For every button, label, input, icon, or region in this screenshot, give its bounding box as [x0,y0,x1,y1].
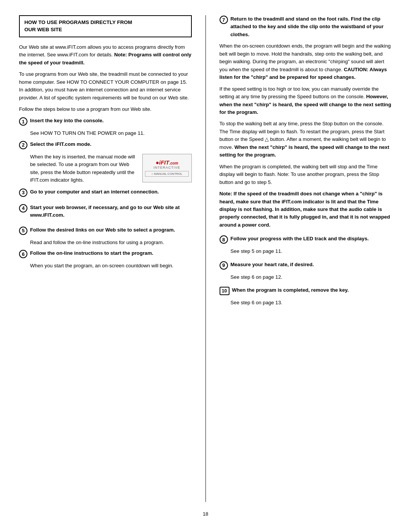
step-6-content: Follow the on-line instructions to start… [30,249,192,257]
step-9-number: 9 [220,261,228,270]
section-header-box: HOW TO USE PROGRAMS DIRECTLY FROM OUR WE… [19,15,192,37]
step-8-label: Follow your progress with the LED track … [231,236,369,241]
step-9-block: 9 Measure your heart rate, if desired. [220,261,392,270]
step-7-para-5-bold: Note: If the speed of the treadmill does… [220,190,392,229]
step-2-label: Select the iFIT.com mode. [30,141,91,147]
ifit-console-image: ●iFIT.com INTERACTIVE ○ MANUAL CONTROL [142,154,192,182]
intro-paragraph-1: Our Web site at www.iFIT.com allows you … [19,43,192,67]
step-5-sub: Read and follow the on-line instructions… [30,239,192,246]
intro-paragraph-3: Follow the steps below to use a program … [19,105,192,113]
step-6-label: Follow the on-line instructions to start… [30,250,153,256]
step-3-label: Go to your computer and start an interne… [30,189,159,195]
step-10-block: 10 When the program is completed, remove… [220,286,392,295]
step-9-sub: See step 6 on page 12. [231,273,392,281]
step-2-sub-text: When the key is inserted, the manual mod… [30,153,135,184]
step-7-content: Return to the treadmill and stand on the… [231,15,392,38]
step-1-content: Insert the key into the console. [30,117,192,125]
page: HOW TO USE PROGRAMS DIRECTLY FROM OUR WE… [0,0,411,532]
step-3-block: 3 Go to your computer and start an inter… [19,188,192,197]
step-8-number: 8 [220,235,228,244]
step-8-block: 8 Follow your progress with the LED trac… [220,235,392,244]
step-9-label: Measure your heart rate, if desired. [231,262,314,267]
step-7-para-3: To stop the walking belt at any time, pr… [220,120,392,159]
step-8-content: Follow your progress with the LED track … [231,235,392,243]
step-7-label: Return to the treadmill and stand on the… [231,16,384,37]
step-2-block: 2 Select the iFIT.com mode. [19,141,192,149]
step-7-para-1: When the on-screen countdown ends, the p… [220,42,392,81]
step-6-number: 6 [19,250,27,258]
step-9-content: Measure your heart rate, if desired. [231,261,392,268]
step-3-content: Go to your computer and start an interne… [30,188,192,196]
step-1-block: 1 Insert the key into the console. [19,117,192,126]
step-5-label: Follow the desired links on our Web site… [30,227,175,233]
step-7-number: 7 [220,16,228,24]
step-3-number: 3 [19,189,27,197]
step-7-para-4: When the program is completed, the walki… [220,163,392,186]
intro-paragraph-2: To use programs from our Web site, the t… [19,70,192,102]
step-5-content: Follow the desired links on our Web site… [30,226,192,234]
left-column: HOW TO USE PROGRAMS DIRECTLY FROM OUR WE… [19,15,192,502]
step-5-number: 5 [19,227,27,235]
step-10-number: 10 [220,287,229,295]
step-7-para-2: If the speed setting is too high or too … [220,85,392,117]
step-4-content: Start your web browser, if necessary, an… [30,204,192,219]
right-column: 7 Return to the treadmill and stand on t… [220,15,392,502]
step-5-block: 5 Follow the desired links on our Web si… [19,226,192,235]
step-2-detail: When the key is inserted, the manual mod… [30,153,192,184]
step-2-content: Select the iFIT.com mode. [30,141,192,148]
step-8-sub: See step 5 on page 11. [231,248,392,255]
step-1-sub: See HOW TO TURN ON THE POWER on page 11. [30,129,192,137]
step-1-label: Insert the key into the console. [30,118,104,123]
step-10-content: When the program is completed, remove th… [232,286,392,294]
step-4-block: 4 Start your web browser, if necessary, … [19,204,192,219]
step-6-block: 6 Follow the on-line instructions to sta… [19,249,192,258]
column-divider [206,15,206,502]
step-10-label: When the program is completed, remove th… [232,287,349,293]
step-4-label: Start your web browser, if necessary, an… [30,204,180,218]
step-2-number: 2 [19,141,27,149]
page-number: 18 [19,511,392,517]
step-1-number: 1 [19,117,27,126]
step-6-sub: When you start the program, an on-screen… [30,262,192,270]
step-4-number: 4 [19,204,27,212]
section-header-text: HOW TO USE PROGRAMS DIRECTLY FROM OUR WE… [24,19,186,34]
step-10-sub: See step 6 on page 13. [231,299,392,307]
step-7-block: 7 Return to the treadmill and stand on t… [220,15,392,38]
